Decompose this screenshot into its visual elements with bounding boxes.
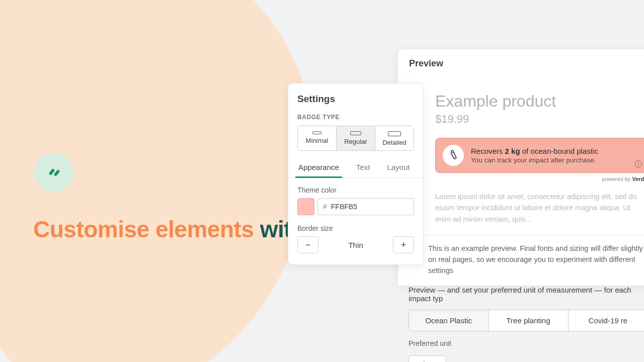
product-price: $19.99 [435,113,644,126]
badge-type-segment: Minimal Regular Detailed [297,126,414,151]
preferred-unit-label: Preferred unit [409,339,644,347]
regular-icon [350,131,361,135]
badge-type-minimal[interactable]: Minimal [298,126,337,150]
powered-brand: Verdn [632,176,644,182]
tab-text[interactable]: Text [355,158,371,177]
hash-prefix: # [323,203,327,211]
detailed-icon [388,131,401,136]
hex-input-wrapper[interactable]: # [317,198,414,215]
badge-line2: You can track your impact after purchase… [471,156,598,164]
minimal-icon [312,131,321,134]
settings-panel: Settings BADGE TYPE Minimal Regular Deta… [288,83,424,265]
variations-description: Preview — and set your preferred unit of… [409,286,644,303]
leaves-icon [44,162,64,183]
badge-line1-suffix: of ocean-bound plastic [522,147,598,155]
variation-covid[interactable]: Covid-19 re [569,310,644,331]
svg-line-0 [452,152,454,153]
bottle-icon [443,145,464,166]
preview-title: Preview [398,49,644,69]
preview-note: This is an example preview. Final fonts … [398,235,644,285]
preferred-unit-value: X kg [416,360,431,362]
badge-type-detailed[interactable]: Detailed [375,126,414,150]
color-swatch[interactable] [297,198,314,215]
theme-color-label: Theme color [297,186,414,194]
impact-text: Recovers 2 kg of ocean-bound plastic You… [471,147,598,164]
product-title: Example product [435,92,644,111]
headline-part1: Customise elements [33,216,254,242]
badge-line1-bold: 2 kg [505,147,520,155]
variations-segment: Ocean Plastic Tree planting Covid-19 re [409,310,644,331]
border-decrease-button[interactable]: − [297,236,318,253]
badge-type-regular[interactable]: Regular [337,126,375,150]
product-description: Lorem ipsum dolor sit amet, consectetur … [435,191,644,225]
powered-by: powered by Verdn [435,176,644,182]
badge-type-label: BADGE TYPE [297,114,414,121]
preview-panel: Preview Example product $19.99 Recovers … [397,49,644,286]
tab-appearance[interactable]: Appearance [297,158,340,177]
settings-tabs: Appearance Text Layout [288,158,423,178]
border-size-label: Border size [297,224,414,232]
brand-logo [34,153,73,192]
impact-badge: Recovers 2 kg of ocean-bound plastic You… [435,138,644,173]
badge-line1-prefix: Recovers [471,147,503,155]
preferred-unit-select[interactable]: X kg ▲▼ [409,355,446,362]
settings-title: Settings [297,94,414,105]
border-size-value: Thin [325,241,387,249]
variation-tree[interactable]: Tree planting [489,310,568,331]
info-icon[interactable]: i [635,160,642,167]
tab-layout[interactable]: Layout [386,158,411,177]
theme-color-input[interactable] [331,203,409,211]
border-increase-button[interactable]: + [393,236,414,253]
variation-ocean[interactable]: Ocean Plastic [409,310,489,331]
